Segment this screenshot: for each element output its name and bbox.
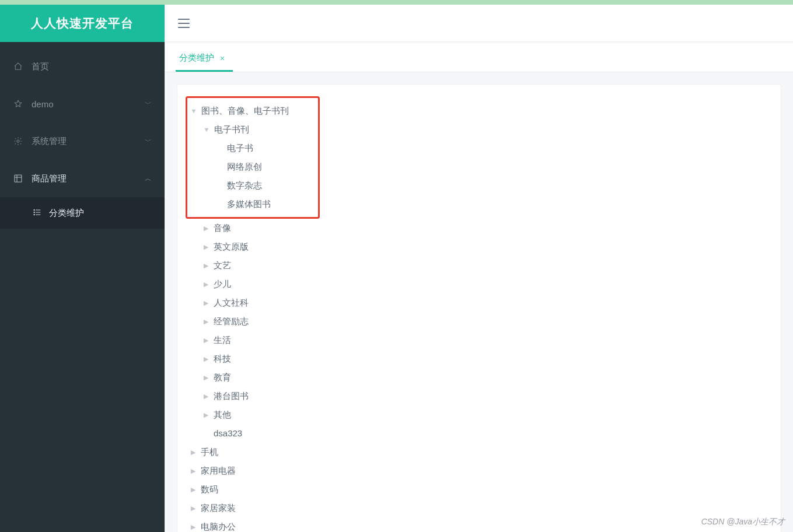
svg-rect-1 xyxy=(15,175,22,182)
tree-node: ▶少儿 xyxy=(202,275,769,293)
caret-right-icon[interactable]: ▶ xyxy=(202,275,210,293)
tree-children: ▼电子书刊电子书网络原创数字杂志多媒体图书 xyxy=(202,120,312,214)
tree-label: 人文社科 xyxy=(214,293,249,312)
sidebar-sub-label: 分类维护 xyxy=(49,208,84,219)
tree-node: 数字杂志 xyxy=(215,176,312,195)
tree-row[interactable]: ▶家居家装 xyxy=(189,499,769,517)
tree-label: 少儿 xyxy=(214,275,231,293)
tree-node: ▶电脑办公 xyxy=(189,517,769,532)
caret-right-icon[interactable]: ▶ xyxy=(189,480,197,499)
tree-row[interactable]: ▶科技 xyxy=(202,349,769,368)
caret-right-icon[interactable]: ▶ xyxy=(202,256,210,275)
tree-label: 文艺 xyxy=(214,256,231,275)
tree-children: 电子书网络原创数字杂志多媒体图书 xyxy=(215,139,312,214)
tree-label: 家居家装 xyxy=(201,499,236,517)
tree-row[interactable]: 数字杂志 xyxy=(215,176,312,195)
highlight-box: ▼图书、音像、电子书刊▼电子书刊电子书网络原创数字杂志多媒体图书 xyxy=(186,96,320,219)
sidebar-item-home[interactable]: 首页 xyxy=(0,48,165,85)
tree-row[interactable]: ▶教育 xyxy=(202,368,769,387)
tree-node: ▶文艺 xyxy=(202,256,769,275)
tab-label: 分类维护 xyxy=(179,52,214,64)
sidebar-submenu: 分类维护 xyxy=(0,197,165,229)
caret-right-icon[interactable]: ▶ xyxy=(189,499,197,517)
tree-row[interactable]: ▶英文原版 xyxy=(202,237,769,256)
svg-point-0 xyxy=(17,140,19,142)
svg-point-2 xyxy=(34,209,34,210)
tree-row[interactable]: ▶文艺 xyxy=(202,256,769,275)
tree-node: ▶数码 xyxy=(189,480,769,499)
caret-down-icon[interactable]: ▼ xyxy=(202,120,211,139)
tab-category[interactable]: 分类维护 × xyxy=(176,46,233,72)
star-icon xyxy=(13,99,23,108)
chevron-down-icon: ﹀ xyxy=(145,136,152,146)
caret-right-icon[interactable]: ▶ xyxy=(189,443,197,461)
caret-right-icon[interactable]: ▶ xyxy=(202,293,210,312)
tree-row[interactable]: dsa323 xyxy=(202,424,769,443)
tree-label: 电子书 xyxy=(227,139,253,158)
tree-label: 多媒体图书 xyxy=(227,195,271,214)
home-icon xyxy=(13,62,23,71)
caret-right-icon[interactable]: ▶ xyxy=(189,461,197,480)
tree-label: 图书、音像、电子书刊 xyxy=(201,102,289,120)
tree-row[interactable]: ▶数码 xyxy=(189,480,769,499)
tree-label: 英文原版 xyxy=(214,237,249,256)
sidebar-sub-category[interactable]: 分类维护 xyxy=(0,197,165,229)
svg-point-4 xyxy=(34,214,34,215)
tree-node: ▶经管励志 xyxy=(202,312,769,331)
caret-right-icon[interactable]: ▶ xyxy=(202,312,210,331)
close-icon[interactable]: × xyxy=(220,54,225,63)
tree-label: 电脑办公 xyxy=(201,517,236,532)
tree-label: 经管励志 xyxy=(214,312,249,331)
grid-icon xyxy=(13,174,23,183)
panel: ▼图书、音像、电子书刊▼电子书刊电子书网络原创数字杂志多媒体图书▶音像▶英文原版… xyxy=(177,84,781,532)
tree-children: ▶音像▶英文原版▶文艺▶少儿▶人文社科▶经管励志▶生活▶科技▶教育▶港台图书▶其… xyxy=(202,219,769,443)
caret-right-icon[interactable]: ▶ xyxy=(189,517,197,532)
tree-node: ▼图书、音像、电子书刊▼电子书刊电子书网络原创数字杂志多媒体图书▶音像▶英文原版… xyxy=(189,96,769,443)
tree-node: ▶港台图书 xyxy=(202,387,769,405)
tree-row[interactable]: ▼图书、音像、电子书刊 xyxy=(190,102,312,120)
sidebar-item-label: 系统管理 xyxy=(32,136,145,147)
tree-label: 手机 xyxy=(201,443,218,461)
caret-right-icon[interactable]: ▶ xyxy=(202,219,210,237)
tree-row[interactable]: ▶家用电器 xyxy=(189,461,769,480)
tree-row[interactable]: ▶少儿 xyxy=(202,275,769,293)
tree-node: ▶生活 xyxy=(202,331,769,349)
tree-node: 网络原创 xyxy=(215,158,312,176)
tree-label: 数码 xyxy=(201,480,218,499)
tree-row[interactable]: ▶人文社科 xyxy=(202,293,769,312)
sidebar-item-demo[interactable]: demo ﹀ xyxy=(0,85,165,123)
tree-row[interactable]: ▶生活 xyxy=(202,331,769,349)
tree-label: 数字杂志 xyxy=(227,176,262,195)
caret-right-icon[interactable]: ▶ xyxy=(202,331,210,349)
tree-label: 生活 xyxy=(214,331,231,349)
tree-row[interactable]: ▶港台图书 xyxy=(202,387,769,405)
caret-right-icon[interactable]: ▶ xyxy=(202,405,210,424)
tree-row[interactable]: ▶手机 xyxy=(189,443,769,461)
caret-right-icon[interactable]: ▶ xyxy=(202,349,210,368)
caret-right-icon[interactable]: ▶ xyxy=(202,368,210,387)
tree-row[interactable]: 电子书 xyxy=(215,139,312,158)
tree-node: ▶家居家装 xyxy=(189,499,769,517)
tree-row[interactable]: ▶其他 xyxy=(202,405,769,424)
caret-right-icon[interactable]: ▶ xyxy=(202,237,210,256)
tree-node: ▶其他 xyxy=(202,405,769,424)
tree-node: ▶科技 xyxy=(202,349,769,368)
sidebar-item-product[interactable]: 商品管理 ︿ xyxy=(0,160,165,197)
gear-icon xyxy=(13,136,23,146)
tree-label: 其他 xyxy=(214,405,231,424)
caret-down-icon[interactable]: ▼ xyxy=(190,102,198,120)
tree-node: ▶家用电器 xyxy=(189,461,769,480)
tree-row[interactable]: ▼电子书刊 xyxy=(202,120,312,139)
tree-row[interactable]: 网络原创 xyxy=(215,158,312,176)
tree-row[interactable]: ▶经管励志 xyxy=(202,312,769,331)
tree-row[interactable]: ▶音像 xyxy=(202,219,769,237)
tree-node: 多媒体图书 xyxy=(215,195,312,214)
sidebar-item-system[interactable]: 系统管理 ﹀ xyxy=(0,123,165,160)
caret-right-icon[interactable]: ▶ xyxy=(202,387,210,405)
chevron-down-icon: ﹀ xyxy=(145,99,152,109)
tree-row[interactable]: ▶电脑办公 xyxy=(189,517,769,532)
hamburger-icon[interactable] xyxy=(178,19,190,28)
category-tree: ▼图书、音像、电子书刊▼电子书刊电子书网络原创数字杂志多媒体图书▶音像▶英文原版… xyxy=(189,96,769,532)
tree-row[interactable]: 多媒体图书 xyxy=(215,195,312,214)
list-icon xyxy=(33,208,42,219)
